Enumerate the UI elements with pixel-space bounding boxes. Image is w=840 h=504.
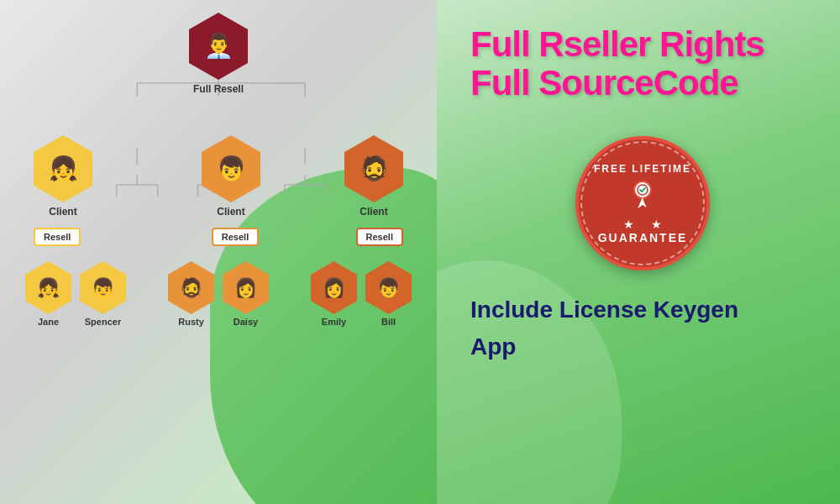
resell-box-1: Resell [34, 228, 81, 246]
person-spencer: 👦 Spencer [80, 261, 126, 327]
client-hex-2: 👦 [202, 135, 260, 202]
left-panel: 👨‍💼 Full Resell 👧 Client 👦 [0, 0, 437, 504]
rusty-avatar: 🧔 [180, 279, 202, 297]
resell-box-3: Resell [356, 228, 403, 246]
client-hex-1: 👧 [34, 135, 92, 202]
star-right: ★ [651, 218, 662, 231]
person-daisy: 👩 Daisy [223, 261, 269, 327]
client-hex-3: 🧔 [344, 135, 403, 202]
bill-hex: 👦 [365, 261, 412, 314]
client-avatar-1: 👧 [49, 157, 78, 181]
person-emily: 👩 Emily [311, 261, 357, 327]
group-2: 🧔 Rusty 👩 Daisy [168, 261, 269, 327]
title-line-2: Full SourceCode [470, 64, 815, 102]
tree-level-root: 👨‍💼 Full Resell [25, 13, 412, 95]
tree-level-2: 👧 Jane 👦 Spencer 🧔 [25, 261, 412, 327]
resell-box-2: Resell [212, 228, 259, 246]
emily-avatar: 👩 [323, 279, 345, 297]
group-3: 👩 Emily 👦 Bill [311, 261, 412, 327]
rusty-hex: 🧔 [168, 261, 214, 314]
root-avatar: 👨‍💼 [204, 34, 234, 58]
rusty-name: Rusty [178, 317, 204, 327]
jane-hex: 👧 [25, 261, 71, 314]
badge-stars: ★ ★ [623, 218, 662, 231]
jane-avatar: 👧 [37, 279, 60, 297]
spencer-avatar: 👦 [92, 279, 114, 297]
guarantee-badge: FREE LIFETIME ★ ★ GUARANTEE [575, 136, 710, 270]
root-hex: 👨‍💼 [189, 13, 248, 80]
star-left: ★ [623, 218, 634, 231]
include-text-line1: Include License Keygen [470, 296, 815, 324]
client-avatar-3: 🧔 [360, 157, 389, 181]
spencer-name: Spencer [85, 317, 121, 327]
client-node-3: 🧔 Client [344, 135, 403, 218]
person-jane: 👧 Jane [25, 261, 71, 327]
daisy-avatar: 👩 [234, 279, 257, 297]
svg-point-20 [634, 181, 651, 198]
badge-text-top: FREE LIFETIME [594, 163, 691, 175]
right-panel: Full Rseller Rights Full SourceCode FREE… [437, 0, 840, 504]
daisy-hex: 👩 [223, 261, 269, 314]
tree-level-1: 👧 Client 👦 Client 🧔 Client [25, 135, 412, 218]
group-1: 👧 Jane 👦 Spencer [25, 261, 126, 327]
client-node-1: 👧 Client [34, 135, 92, 218]
svg-point-21 [638, 185, 648, 195]
root-label: Full Resell [193, 83, 244, 95]
org-tree: 👨‍💼 Full Resell 👧 Client 👦 [25, 13, 412, 327]
client-node-2: 👦 Client [202, 135, 260, 218]
badge-row: FREE LIFETIME ★ ★ GUARANTEE [470, 123, 815, 283]
emily-hex: 👩 [311, 261, 357, 314]
emily-name: Emily [322, 317, 346, 327]
person-rusty: 🧔 Rusty [168, 261, 214, 327]
jane-name: Jane [38, 317, 59, 327]
badge-text-bottom: GUARANTEE [598, 231, 688, 244]
badge-medal-icon [627, 178, 658, 214]
client-label-1: Client [49, 206, 76, 218]
bill-name: Bill [381, 317, 396, 327]
client-label-3: Client [360, 206, 387, 218]
daisy-name: Daisy [234, 317, 258, 327]
spencer-hex: 👦 [80, 261, 126, 314]
client-label-2: Client [217, 206, 244, 218]
resell-labels-row: Resell Resell Resell [25, 228, 412, 246]
include-text-line2: App [470, 333, 815, 361]
client-avatar-2: 👦 [217, 157, 246, 181]
root-node: 👨‍💼 Full Resell [189, 13, 248, 95]
main-container: 👨‍💼 Full Resell 👧 Client 👦 [0, 0, 840, 504]
title-line-1: Full Rseller Rights [470, 25, 815, 64]
right-content: Full Rseller Rights Full SourceCode FREE… [470, 25, 815, 361]
person-bill: 👦 Bill [365, 261, 412, 327]
bill-avatar: 👦 [377, 279, 400, 297]
